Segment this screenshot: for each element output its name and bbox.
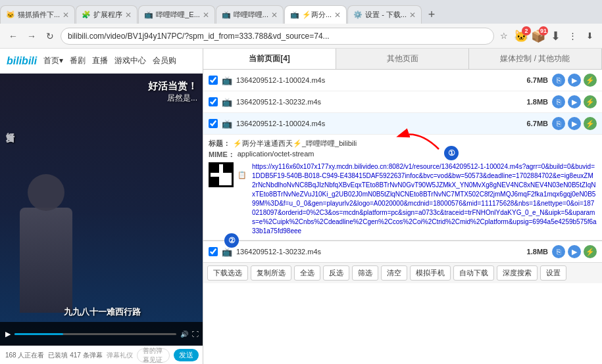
tab-close-3[interactable]: ✕: [203, 11, 209, 20]
item-download-btn-3[interactable]: ⚡: [584, 117, 597, 130]
plugin-icon-3[interactable]: ⬇: [548, 29, 563, 43]
item-download-btn-1[interactable]: ⚡: [584, 74, 597, 87]
item-checkbox-4[interactable]: [209, 247, 218, 256]
bookmark-button[interactable]: ☆: [497, 29, 511, 43]
tab-favicon-5: 📺: [290, 11, 299, 20]
tab-close-4[interactable]: ✕: [271, 11, 278, 20]
browser-window: 🐱 猫抓插件下... ✕ 🧩 扩展程序 ✕ 📺 哔哩哔哩_E... ✕ 📺 哔哩…: [0, 0, 602, 364]
clear-btn[interactable]: 清空: [381, 265, 407, 281]
copy-selected-btn[interactable]: 复制所选: [251, 265, 291, 281]
plugin-icon-1[interactable]: 🐱 2: [514, 29, 528, 43]
item-icon-4: 📺: [222, 247, 232, 257]
item-actions-4: ⎘ ▶ ⚡: [552, 245, 597, 258]
mobile-simulate-btn[interactable]: 模拟手机: [410, 265, 451, 281]
deselect-btn[interactable]: 反选: [323, 265, 349, 281]
tab-current[interactable]: 📺 ⚡两分... ✕: [284, 5, 347, 24]
video-bottom-bar: 168 人正在看 已装填 417 条弹幕 弹幕礼仪 发个友善的弹幕见证当下 发送: [0, 346, 204, 364]
item-play-btn-1[interactable]: ▶: [568, 74, 581, 87]
tab-favicon-1: 🐱: [6, 11, 15, 20]
more-button[interactable]: ⋮: [565, 29, 580, 43]
nav-bar: ← → ↻ bilibili.com/video/BV1j94y1N7PC/?s…: [0, 24, 602, 49]
plugin-tab-control[interactable]: 媒体控制 / 其他功能: [469, 49, 602, 69]
fullscreen-button[interactable]: ⛶: [192, 330, 199, 338]
download-selected-btn[interactable]: 下载选选: [207, 265, 248, 281]
item-icon-2: 📺: [222, 97, 232, 107]
new-tab-button[interactable]: +: [422, 5, 441, 24]
bili-nav-home[interactable]: 首页▾: [43, 55, 63, 66]
forward-button[interactable]: →: [24, 28, 39, 44]
tab-bili-2[interactable]: 📺 哔哩哔哩... ✕: [216, 5, 284, 24]
tab-close-5[interactable]: ✕: [334, 11, 341, 20]
plugin-tab-current[interactable]: 当前页面[4]: [203, 49, 336, 69]
tab-bili-1[interactable]: 📺 哔哩哔哩_E... ✕: [138, 5, 215, 24]
bili-nav-shop[interactable]: 会员购: [153, 55, 176, 66]
url-text: https://xy116x60x107x177xy.mcdn.bilivide…: [252, 162, 597, 236]
item-actions-2: ⎘ ▶ ⚡: [552, 95, 597, 108]
video-controls: ▶ 🔊 ⛶: [0, 322, 204, 346]
plugin-icon-2[interactable]: 📦 91: [531, 29, 545, 43]
plugin-badge-2: 91: [539, 26, 548, 35]
bullet-count: 已装填 417 条弹幕: [48, 351, 102, 360]
bili-page-area: bilibili 首页▾ 番剧 直播 游戏中心 会员购 好活当赏！ 居然是...: [0, 49, 204, 364]
bili-nav-games[interactable]: 游戏中心: [114, 55, 146, 66]
item-play-btn-3[interactable]: ▶: [568, 117, 581, 130]
bili-header: bilibili 首页▾ 番剧 直播 游戏中心 会员购: [0, 49, 204, 74]
tab-label-5: ⚡两分...: [302, 10, 332, 20]
settings-btn[interactable]: 设置: [540, 265, 566, 281]
address-bar[interactable]: bilibili.com/video/BV1j94y1N7PC/?spm_id_…: [61, 28, 494, 45]
download-item-4: 📺 1364209512-1-30232.m4s 1.8MB ⎘ ▶ ⚡: [203, 240, 602, 262]
send-button[interactable]: 发送: [174, 349, 199, 361]
progress-fill: [14, 333, 63, 335]
item-actions-1: ⎘ ▶ ⚡: [552, 74, 597, 87]
item-copy-btn-1[interactable]: ⎘: [552, 74, 565, 87]
back-button[interactable]: ←: [5, 28, 21, 44]
tab-settings[interactable]: ⚙️ 设置 - 下载... ✕: [347, 5, 422, 24]
auto-download-btn[interactable]: 自动下载: [453, 265, 494, 281]
item-copy-btn-3[interactable]: ⎘: [552, 117, 565, 130]
annotation-2: ②: [224, 233, 239, 248]
item-checkbox-1[interactable]: [209, 76, 218, 85]
item-play-btn-4[interactable]: ▶: [568, 245, 581, 258]
select-all-btn[interactable]: 全选: [294, 265, 320, 281]
tab-extensions[interactable]: 🧩 扩展程序 ✕: [76, 5, 138, 24]
progress-bar[interactable]: [14, 333, 176, 335]
title-label: 标题：: [209, 139, 230, 148]
item-checkbox-3[interactable]: [209, 119, 218, 128]
item-size-2: 1.8MB: [518, 98, 548, 106]
video-overlay-text1: 好活当赏！: [148, 80, 197, 93]
bullet-input[interactable]: 发个友善的弹幕见证当下: [137, 348, 170, 363]
item-play-btn-2[interactable]: ▶: [568, 95, 581, 108]
item-name-2: 1364209512-1-30232.m4s: [236, 98, 514, 106]
item-copy-btn-4[interactable]: ⎘: [552, 245, 565, 258]
viewer-count: 168 人正在看: [5, 351, 44, 360]
item-actions-3: ⎘ ▶ ⚡: [552, 117, 597, 130]
tab-cat-plugin[interactable]: 🐱 猫抓插件下... ✕: [0, 5, 75, 24]
video-subtitle: 九九八十一难西行路: [0, 306, 204, 318]
download-item-2: 📺 1364209512-1-30232.m4s 1.8MB ⎘ ▶ ⚡: [203, 91, 602, 113]
item-checkbox-2[interactable]: [209, 97, 218, 106]
download-item-1: 📺 1364209512-1-100024.m4s 6.7MB ⎘ ▶ ⚡: [203, 70, 602, 91]
play-button[interactable]: ▶: [5, 330, 11, 338]
qr-code[interactable]: [209, 162, 234, 187]
item-copy-btn-2[interactable]: ⎘: [552, 95, 565, 108]
refresh-button[interactable]: ↻: [42, 28, 58, 44]
tab-close-1[interactable]: ✕: [63, 11, 69, 20]
tab-close-2[interactable]: ✕: [125, 11, 132, 20]
bili-nav-live[interactable]: 直播: [92, 55, 108, 66]
video-player[interactable]: 好活当赏！ 居然是... 好活当赏 九九八十一难西行路 ▶ 🔊 ⛶: [0, 74, 204, 346]
red-arrow: [393, 126, 445, 152]
plugin-tab-other[interactable]: 其他页面: [336, 49, 469, 69]
download-icon[interactable]: ⬇: [582, 29, 597, 43]
annotation-1: ①: [444, 146, 459, 160]
item-download-btn-2[interactable]: ⚡: [584, 95, 597, 108]
bili-nav-drama[interactable]: 番剧: [70, 55, 86, 66]
qr-area: 📋 https://xy116x60x107x177xy.mcdn.bilivi…: [209, 162, 597, 236]
qr-copy-icon[interactable]: 📋: [238, 171, 247, 179]
deep-search-btn[interactable]: 深度搜索: [497, 265, 538, 281]
volume-icon[interactable]: 🔊: [180, 330, 188, 338]
item-download-btn-4[interactable]: ⚡: [584, 245, 597, 258]
tab-close-6[interactable]: ✕: [409, 11, 416, 20]
filter-btn[interactable]: 筛选: [352, 265, 378, 281]
tab-favicon-3: 📺: [144, 11, 153, 20]
page-content: bilibili 首页▾ 番剧 直播 游戏中心 会员购 好活当赏！ 居然是...: [0, 49, 602, 364]
